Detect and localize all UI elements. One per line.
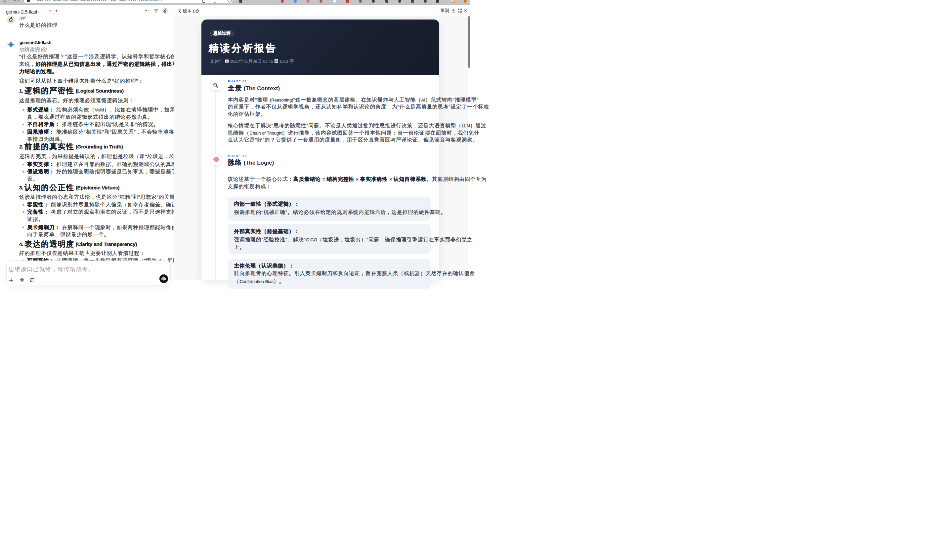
svg-text:17: 17	[226, 60, 228, 63]
